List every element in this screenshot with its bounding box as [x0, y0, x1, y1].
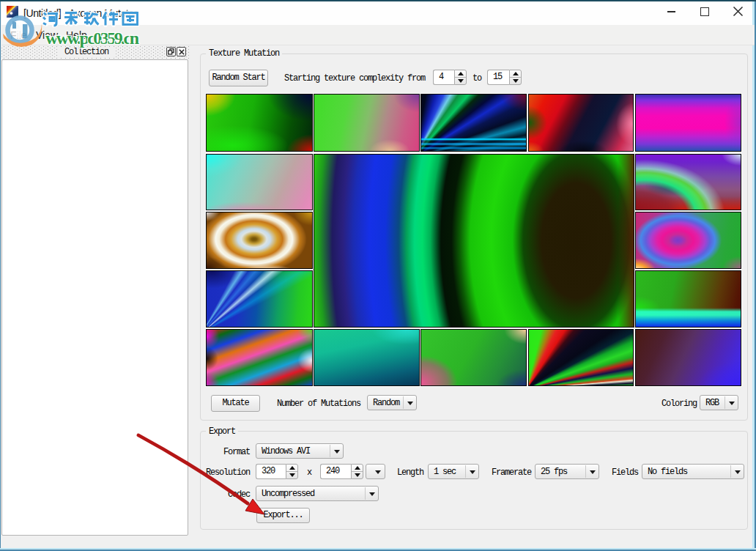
svg-text:www.pc0359.cn: www.pc0359.cn — [45, 29, 139, 48]
